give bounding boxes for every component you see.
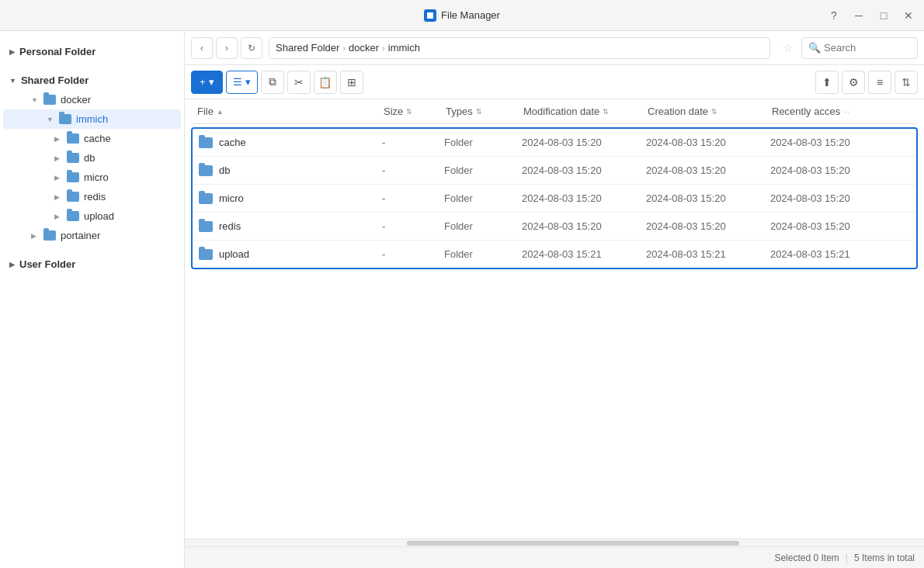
- sort-asc-icon: ▲: [217, 108, 224, 116]
- sidebar: ▶ Personal Folder ▼ Shared Folder ▼ dock…: [0, 31, 185, 568]
- folder-icon: [67, 133, 79, 144]
- folder-icon: [199, 193, 213, 204]
- file-type: Folder: [444, 192, 522, 204]
- sort-button[interactable]: ⇅: [894, 71, 918, 94]
- upload-icon: ⬆: [822, 76, 832, 88]
- table-row[interactable]: micro - Folder 2024-08-03 15:20 2024-08-…: [193, 185, 916, 213]
- col-extra: [896, 106, 912, 117]
- sidebar-item-micro[interactable]: ▶ micro: [0, 168, 184, 187]
- col-size-header[interactable]: Size ⇅: [384, 106, 446, 117]
- chevron-down-icon: ▼: [47, 116, 54, 123]
- new-button[interactable]: + ▾: [191, 71, 223, 94]
- close-button[interactable]: ✕: [902, 9, 915, 22]
- file-size: -: [382, 220, 444, 232]
- breadcrumb-part-immich[interactable]: immich: [388, 42, 420, 54]
- upload-button[interactable]: ⬆: [815, 71, 839, 94]
- refresh-button[interactable]: ↻: [241, 37, 262, 59]
- sort-icon: ⇅: [603, 108, 609, 116]
- file-recent-date: 2024-08-03 15:21: [770, 248, 894, 260]
- toolbar-right: ⬆ ⚙ ≡ ⇅: [815, 71, 918, 94]
- folder-icon: [199, 165, 213, 176]
- select-all-icon: ☰: [233, 76, 242, 88]
- folder-icon: [43, 230, 56, 241]
- col-types-header[interactable]: Types ⇅: [446, 106, 523, 117]
- col-recent-header[interactable]: Recently acces ···: [772, 106, 896, 117]
- file-size: -: [382, 248, 444, 260]
- chevron-right-icon: ▶: [31, 232, 39, 240]
- nav-toolbar: ‹ › ↻ Shared Folder › docker › immich ☆ …: [185, 31, 924, 65]
- select-all-label: ▾: [245, 76, 251, 88]
- breadcrumb-part-docker[interactable]: docker: [349, 42, 379, 54]
- file-recent-date: 2024-08-03 15:20: [770, 192, 894, 204]
- paste-button[interactable]: 📋: [314, 71, 337, 94]
- select-all-button[interactable]: ☰ ▾: [226, 71, 258, 94]
- user-folder-section: ▶ User Folder: [0, 250, 184, 279]
- table-row[interactable]: cache - Folder 2024-08-03 15:20 2024-08-…: [193, 129, 916, 157]
- cut-icon: ✂: [294, 76, 304, 88]
- col-file-header[interactable]: File ▲: [197, 106, 384, 117]
- folder-icon: [43, 95, 56, 105]
- search-box: 🔍: [801, 37, 918, 59]
- back-button[interactable]: ‹: [191, 37, 213, 59]
- chevron-right-icon: ▶: [54, 193, 62, 201]
- table-row[interactable]: upload - Folder 2024-08-03 15:21 2024-08…: [193, 241, 916, 268]
- titlebar: File Manager ? ─ □ ✕: [0, 0, 924, 31]
- copy-button[interactable]: ⧉: [261, 71, 284, 94]
- file-size: -: [382, 192, 444, 204]
- folder-icon: [67, 172, 79, 182]
- col-mod-header[interactable]: Modification date ⇅: [523, 106, 648, 117]
- folder-icon: [59, 114, 71, 124]
- col-creation-header[interactable]: Creation date ⇅: [648, 106, 772, 117]
- content-area: ‹ › ↻ Shared Folder › docker › immich ☆ …: [185, 31, 924, 568]
- sort-icon: ⇅: [476, 108, 482, 116]
- horizontal-scrollbar[interactable]: [185, 539, 924, 546]
- file-name-cache: cache: [199, 137, 382, 148]
- search-input[interactable]: [824, 42, 901, 54]
- settings-button[interactable]: ⚙: [842, 71, 865, 94]
- file-mod-date: 2024-08-03 15:20: [522, 192, 646, 204]
- gear-icon: ⚙: [849, 76, 859, 88]
- sidebar-item-user[interactable]: ▶ User Folder: [0, 255, 184, 274]
- sidebar-item-upload[interactable]: ▶ upload: [0, 206, 184, 226]
- file-creation-date: 2024-08-03 15:21: [646, 248, 770, 260]
- window-controls: ? ─ □ ✕: [828, 9, 915, 22]
- file-type: Folder: [444, 137, 522, 148]
- breadcrumb-part-shared[interactable]: Shared Folder: [276, 42, 339, 54]
- file-creation-date: 2024-08-03 15:20: [646, 192, 770, 204]
- table-row[interactable]: redis - Folder 2024-08-03 15:20 2024-08-…: [193, 213, 916, 241]
- chevron-right-icon: ▶: [54, 174, 62, 182]
- selected-count: Selected 0 Item: [774, 552, 839, 563]
- help-button[interactable]: ?: [828, 9, 840, 22]
- status-divider: |: [846, 552, 848, 563]
- table-row[interactable]: db - Folder 2024-08-03 15:20 2024-08-03 …: [193, 157, 916, 185]
- forward-button[interactable]: ›: [216, 37, 238, 59]
- cut-button[interactable]: ✂: [287, 71, 311, 94]
- breadcrumb: Shared Folder › docker › immich: [269, 37, 770, 59]
- sidebar-item-immich[interactable]: ▼ immich: [3, 109, 181, 129]
- new-label: ▾: [209, 76, 214, 88]
- svg-rect-0: [427, 12, 433, 19]
- folder-icon: [67, 192, 79, 202]
- sidebar-item-db[interactable]: ▶ db: [0, 148, 184, 168]
- sidebar-item-personal[interactable]: ▶ Personal Folder: [0, 42, 184, 61]
- file-mod-date: 2024-08-03 15:21: [522, 248, 646, 260]
- chevron-right-icon: ▶: [9, 261, 15, 268]
- maximize-button[interactable]: □: [877, 9, 890, 22]
- view-button[interactable]: ≡: [868, 71, 891, 94]
- folder-icon: [67, 211, 79, 221]
- sidebar-item-shared[interactable]: ▼ Shared Folder: [0, 71, 184, 90]
- sidebar-item-portainer[interactable]: ▶ portainer: [0, 226, 184, 245]
- file-recent-date: 2024-08-03 15:20: [770, 137, 894, 148]
- chevron-right-icon: ▼: [31, 96, 39, 104]
- file-type: Folder: [444, 220, 522, 232]
- plus-icon: +: [200, 76, 206, 88]
- sidebar-item-redis[interactable]: ▶ redis: [0, 187, 184, 206]
- sidebar-item-docker[interactable]: ▼ docker: [0, 90, 184, 109]
- total-count: 5 Items in total: [854, 552, 915, 563]
- sidebar-item-cache[interactable]: ▶ cache: [0, 129, 184, 148]
- compress-button[interactable]: ⊞: [340, 71, 363, 94]
- minimize-button[interactable]: ─: [853, 9, 865, 22]
- favorite-button[interactable]: ☆: [776, 37, 798, 59]
- folder-icon: [199, 221, 213, 232]
- file-creation-date: 2024-08-03 15:20: [646, 137, 770, 148]
